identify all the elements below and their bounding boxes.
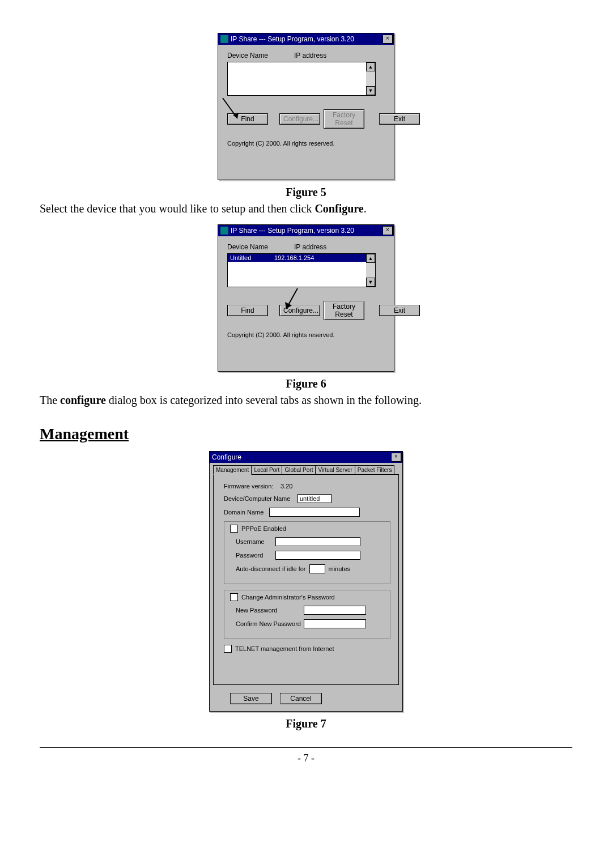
list-column-headers: Device Name IP address xyxy=(227,243,385,251)
pppoe-enabled-label: PPPoE Enabled xyxy=(241,525,286,532)
page-number: - 7 - xyxy=(40,752,572,764)
confirm-password-label: Confirm New Password xyxy=(236,620,304,627)
device-listbox[interactable]: ▲ ▼ xyxy=(227,62,376,96)
app-icon xyxy=(220,227,228,235)
change-admin-password-group: Change Administrator's Password New Pass… xyxy=(224,590,390,639)
col-device-name: Device Name xyxy=(227,52,268,59)
copyright-text: Copyright (C) 2000. All rights reserved. xyxy=(227,331,385,338)
device-computer-name-input[interactable] xyxy=(298,494,332,503)
scrollbar[interactable]: ▲ ▼ xyxy=(366,254,375,287)
figure-caption: Figure 6 xyxy=(40,377,572,390)
col-device-name: Device Name xyxy=(227,243,268,251)
app-icon xyxy=(220,35,228,43)
list-column-headers: Device Name IP address xyxy=(227,52,385,59)
pppoe-group: PPPoE Enabled Username Password Auto-dis… xyxy=(224,521,390,584)
copyright-text: Copyright (C) 2000. All rights reserved. xyxy=(227,140,385,147)
ipshare-dialog-fig5: IP Share --- Setup Program, version 3.20… xyxy=(218,33,394,180)
figure-caption: Figure 7 xyxy=(40,717,572,730)
col-ip-address: IP address xyxy=(294,243,326,251)
pppoe-enabled-checkbox[interactable] xyxy=(230,525,238,533)
scroll-up-icon[interactable]: ▲ xyxy=(366,62,375,71)
save-button[interactable]: Save xyxy=(230,693,272,704)
titlebar: IP Share --- Setup Program, version 3.20… xyxy=(218,33,394,45)
close-icon[interactable]: × xyxy=(391,453,401,462)
configure-button[interactable]: Configure... xyxy=(279,305,320,316)
section-heading-management: Management xyxy=(40,425,572,443)
close-icon[interactable]: × xyxy=(382,35,393,44)
scroll-down-icon[interactable]: ▼ xyxy=(366,86,375,95)
configure-dialog: Configure × Management Local Port Global… xyxy=(209,451,403,712)
change-admin-password-label: Change Administrator's Password xyxy=(241,594,335,601)
scrollbar[interactable]: ▲ ▼ xyxy=(366,62,375,95)
scroll-up-icon[interactable]: ▲ xyxy=(366,254,375,263)
password-label: Password xyxy=(236,552,275,559)
firmware-version-value: 3.20 xyxy=(280,483,292,490)
tab-management[interactable]: Management xyxy=(213,465,252,475)
scroll-down-icon[interactable]: ▼ xyxy=(366,278,375,287)
domain-name-label: Domain Name xyxy=(224,509,269,516)
tab-panel-management: Firmware version: 3.20 Device/Computer N… xyxy=(213,474,399,685)
new-password-label: New Password xyxy=(236,607,304,614)
titlebar: IP Share --- Setup Program, version 3.20… xyxy=(218,225,394,236)
confirm-password-input[interactable] xyxy=(304,619,366,628)
titlebar: Configure × xyxy=(210,452,402,463)
exit-button[interactable]: Exit xyxy=(379,113,420,125)
factory-reset-button[interactable]: Factory Reset xyxy=(324,109,364,129)
ipshare-dialog-fig6: IP Share --- Setup Program, version 3.20… xyxy=(218,224,394,372)
find-button[interactable]: Find xyxy=(227,305,268,316)
firmware-version-label: Firmware version: xyxy=(224,483,280,490)
auto-disconnect-input[interactable] xyxy=(309,564,325,573)
tab-global-port[interactable]: Global Port xyxy=(282,465,316,474)
domain-name-input[interactable] xyxy=(269,508,360,517)
auto-disconnect-label-post: minutes xyxy=(329,565,351,572)
footer-divider xyxy=(40,747,572,748)
exit-button[interactable]: Exit xyxy=(379,305,420,316)
username-input[interactable] xyxy=(275,537,360,546)
window-title: IP Share --- Setup Program, version 3.20 xyxy=(231,227,382,235)
tab-virtual-server[interactable]: Virtual Server xyxy=(315,465,355,474)
change-admin-password-checkbox[interactable] xyxy=(230,593,238,601)
configure-button[interactable]: Configure... xyxy=(279,113,320,125)
device-listbox[interactable]: Untitled 192.168.1.254 ▲ ▼ xyxy=(227,253,376,287)
list-item[interactable]: Untitled 192.168.1.254 xyxy=(228,254,366,262)
window-title: IP Share --- Setup Program, version 3.20 xyxy=(231,35,382,43)
tab-local-port[interactable]: Local Port xyxy=(251,465,282,474)
username-label: Username xyxy=(236,538,275,545)
paragraph-2: The configure dialog box is categorized … xyxy=(40,393,572,408)
figure-caption: Figure 5 xyxy=(40,186,572,199)
factory-reset-button[interactable]: Factory Reset xyxy=(324,301,364,320)
device-computer-name-label: Device/Computer Name xyxy=(224,495,298,502)
tab-bar: Management Local Port Global Port Virtua… xyxy=(213,465,399,474)
auto-disconnect-label-pre: Auto-disconnect if idle for xyxy=(236,565,306,572)
paragraph-1: Select the device that you would like to… xyxy=(40,201,572,216)
new-password-input[interactable] xyxy=(304,606,366,615)
window-title: Configure xyxy=(212,453,391,461)
find-button[interactable]: Find xyxy=(227,113,268,125)
close-icon[interactable]: × xyxy=(382,226,393,235)
col-ip-address: IP address xyxy=(294,52,326,59)
cancel-button[interactable]: Cancel xyxy=(280,693,322,704)
telnet-management-checkbox[interactable] xyxy=(224,645,232,653)
telnet-management-label: TELNET management from Internet xyxy=(235,645,334,652)
tab-packet-filters[interactable]: Packet Filters xyxy=(355,465,395,474)
password-input[interactable] xyxy=(275,551,360,560)
